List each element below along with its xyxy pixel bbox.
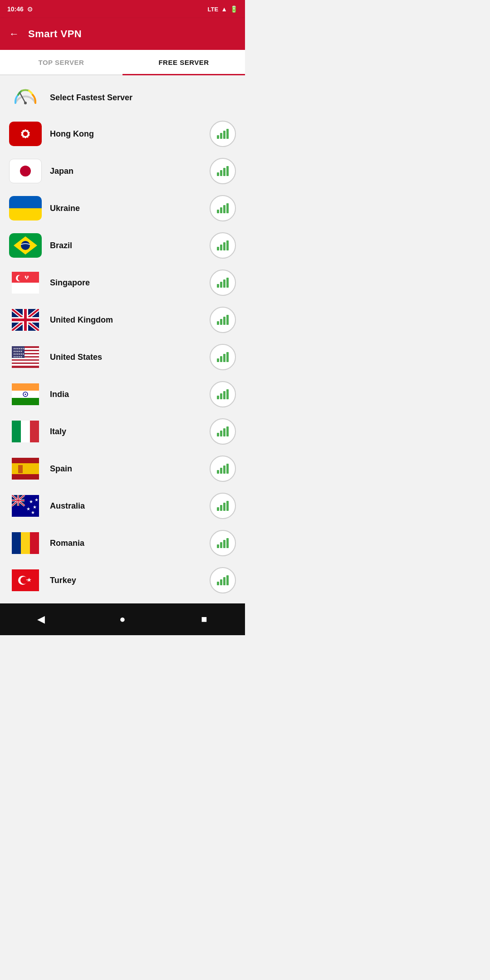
flag-us: ★★★★★★ ★★★★★ ★★★★★★ ★★★★★ — [9, 345, 42, 369]
signal-icon-br — [210, 232, 236, 259]
speedometer-icon — [9, 85, 42, 110]
flag-hk — [9, 122, 42, 146]
signal-icon-ua — [210, 195, 236, 221]
svg-rect-40 — [12, 364, 39, 366]
server-item-it[interactable]: Italy — [0, 413, 245, 450]
svg-rect-56 — [18, 465, 23, 473]
flag-ro — [9, 531, 42, 555]
server-item-hk[interactable]: Hong Kong — [0, 115, 245, 152]
svg-rect-55 — [12, 463, 39, 474]
svg-text:★★★★★: ★★★★★ — [13, 355, 23, 358]
svg-text:★: ★ — [26, 506, 30, 511]
server-item-uk[interactable]: United Kingdom — [0, 301, 245, 338]
svg-rect-53 — [30, 421, 39, 442]
svg-rect-52 — [21, 421, 30, 442]
server-item-ro[interactable]: Romania — [0, 524, 245, 562]
nav-home-button[interactable]: ● — [109, 610, 136, 628]
svg-point-50 — [25, 394, 26, 395]
server-name-ua: Ukraine — [50, 204, 201, 213]
server-name-uk: United Kingdom — [50, 315, 201, 325]
svg-rect-73 — [21, 532, 30, 554]
svg-point-8 — [23, 132, 28, 136]
tab-bar: TOP SERVER FREE SERVER — [0, 50, 245, 75]
signal-icon-hk — [210, 121, 236, 147]
svg-rect-11 — [12, 197, 39, 208]
nav-recent-button[interactable]: ■ — [191, 610, 218, 628]
flag-jp — [9, 159, 42, 183]
svg-rect-33 — [12, 318, 39, 321]
signal-icon-uk — [210, 307, 236, 333]
signal-icon-jp — [210, 158, 236, 184]
svg-text:★: ★ — [27, 577, 32, 583]
server-name-us: United States — [50, 353, 201, 362]
flag-in — [9, 382, 42, 407]
svg-point-15 — [21, 241, 30, 250]
battery-icon: 🔋 — [230, 5, 238, 13]
server-item-au[interactable]: ★ ★ ★ ★ ★ Australia — [0, 487, 245, 524]
signal-icon-in — [210, 381, 236, 407]
nav-back-button[interactable]: ◀ — [27, 610, 54, 628]
server-name-jp: Japan — [50, 167, 201, 176]
bottom-nav: ◀ ● ■ — [0, 603, 245, 635]
svg-rect-74 — [30, 532, 39, 554]
signal-icon-au — [210, 493, 236, 519]
flag-it — [9, 419, 42, 444]
svg-text:★: ★ — [31, 510, 35, 515]
status-left: 10:46 ⊙ — [7, 5, 33, 13]
server-item-tr[interactable]: ★ Turkey — [0, 562, 245, 599]
signal-icon-ro — [210, 530, 236, 556]
svg-rect-17 — [12, 283, 39, 294]
server-name-au: Australia — [50, 501, 201, 511]
server-item-sg[interactable]: Singapore — [0, 264, 245, 301]
svg-point-1 — [24, 102, 27, 104]
flag-ua — [9, 196, 42, 220]
server-item-jp[interactable]: Japan — [0, 152, 245, 190]
server-item-br[interactable]: Brazil — [0, 227, 245, 264]
server-item-es[interactable]: Spain — [0, 450, 245, 487]
svg-rect-48 — [12, 398, 39, 405]
flag-es — [9, 456, 42, 481]
signal-icon-es — [210, 456, 236, 482]
server-name-tr: Turkey — [50, 576, 201, 585]
signal-icon-us — [210, 344, 236, 370]
server-item-fastest[interactable]: Select Fastest Server — [0, 80, 245, 115]
flag-uk — [9, 308, 42, 332]
svg-rect-46 — [12, 383, 39, 391]
server-name-sg: Singapore — [50, 278, 201, 288]
status-bar: 10:46 ⊙ LTE ▲ 🔋 — [0, 0, 245, 18]
server-name-ro: Romania — [50, 539, 201, 548]
server-list: Select Fastest Server Hong Kong — [0, 75, 245, 603]
flag-au: ★ ★ ★ ★ ★ — [9, 494, 42, 518]
app-bar: ← Smart VPN — [0, 18, 245, 50]
svg-rect-51 — [12, 421, 21, 442]
svg-rect-39 — [12, 361, 39, 363]
server-item-ua[interactable]: Ukraine — [0, 190, 245, 227]
flag-sg — [9, 270, 42, 295]
app-title: Smart VPN — [28, 28, 82, 40]
signal-icon-tr — [210, 567, 236, 593]
server-name-in: India — [50, 390, 201, 399]
svg-rect-66 — [12, 500, 24, 501]
svg-text:★: ★ — [29, 499, 33, 504]
signal-icon-it — [210, 418, 236, 445]
lte-icon: LTE — [208, 6, 219, 13]
flag-tr: ★ — [9, 568, 42, 593]
server-name-br: Brazil — [50, 241, 201, 250]
tab-top-server[interactable]: TOP SERVER — [0, 50, 122, 74]
back-button[interactable]: ← — [9, 28, 19, 40]
status-app-icon: ⊙ — [27, 5, 33, 13]
status-time: 10:46 — [7, 5, 24, 13]
signal-icon: ▲ — [221, 5, 227, 13]
tab-free-server[interactable]: FREE SERVER — [122, 50, 245, 74]
server-item-us[interactable]: ★★★★★★ ★★★★★ ★★★★★★ ★★★★★ United States — [0, 338, 245, 376]
server-item-in[interactable]: India — [0, 376, 245, 413]
svg-text:★: ★ — [33, 505, 37, 510]
svg-text:★: ★ — [34, 497, 39, 502]
svg-point-19 — [18, 275, 24, 281]
flag-br — [9, 233, 42, 258]
signal-icon-sg — [210, 270, 236, 296]
svg-rect-12 — [12, 208, 39, 219]
server-name-it: Italy — [50, 427, 201, 436]
svg-rect-72 — [12, 532, 21, 554]
status-right: LTE ▲ 🔋 — [208, 5, 238, 13]
